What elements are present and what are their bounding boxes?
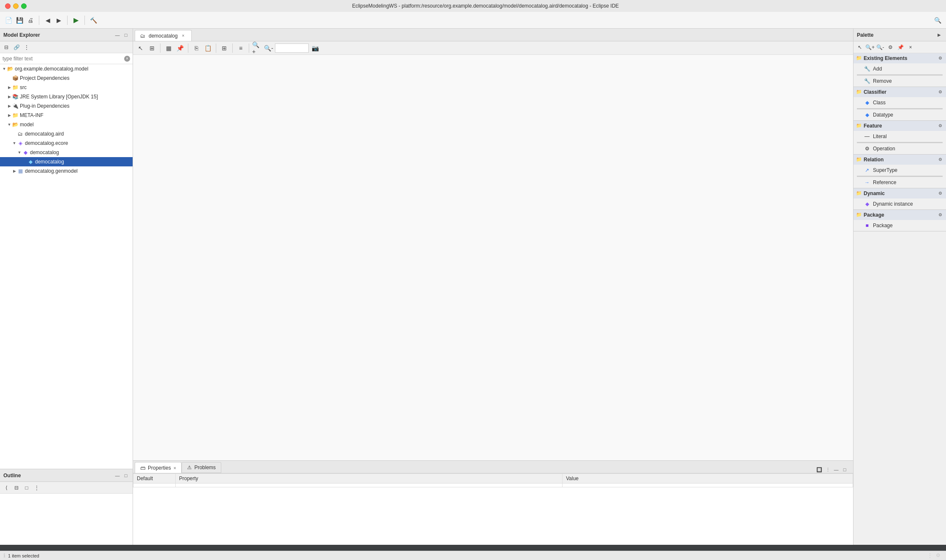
palette-cursor-btn[interactable]: ↖ [855, 43, 864, 52]
palette-section-feature: 📁 Feature ⚙ — Literal ⚙ Operation [854, 121, 946, 155]
editor-tool-group1[interactable]: ⊞ [147, 43, 157, 53]
editor-tool-zoom-out[interactable]: 🔍- [264, 43, 274, 53]
status-menu-icon[interactable]: ⋮ [927, 552, 934, 559]
properties-tab-problems[interactable]: ⚠ Problems [182, 462, 221, 473]
tree-item-model[interactable]: ▼ 📂 model [0, 120, 133, 129]
collapse-all-button[interactable]: ⊟ [2, 43, 11, 52]
maximize-button[interactable] [21, 3, 27, 9]
status-settings-icon[interactable]: ⚙ [936, 552, 943, 559]
palette-settings-btn[interactable]: ⚙ [886, 43, 895, 52]
build-button[interactable]: 🔨 [88, 15, 98, 25]
palette-item-icon-remove: 🔧 [864, 78, 870, 84]
palette-item-remove[interactable]: 🔧 Remove [854, 76, 946, 87]
save-button[interactable]: 💾 [14, 15, 24, 25]
palette-close-btn[interactable]: × [906, 43, 915, 52]
tree-item-aird[interactable]: 🗂 democatalog.aird [0, 129, 133, 139]
palette-item-datatype[interactable]: ◆ Datatype [854, 109, 946, 120]
properties-menu-icon[interactable]: ⋮ [824, 466, 831, 473]
palette-section-header-feature[interactable]: 📁 Feature ⚙ [854, 121, 946, 131]
palette-item-reference[interactable]: → Reference [854, 177, 946, 188]
back-button[interactable]: ◀ [43, 15, 53, 25]
palette-item-icon-supertype: ↗ [864, 167, 870, 174]
outline-minimize-icon[interactable]: — [114, 472, 121, 479]
search-clear-button[interactable]: × [124, 56, 130, 62]
editor-tool-select[interactable]: ↖ [136, 43, 146, 53]
palette-section-header-relation[interactable]: 📁 Relation ⚙ [854, 155, 946, 165]
tree-item-src[interactable]: ▶ 📁 src [0, 83, 133, 92]
palette-section-header-classifier[interactable]: 📁 Classifier ⚙ [854, 87, 946, 97]
toolbar-sep-2 [67, 16, 68, 25]
tree-item-plugin-deps[interactable]: ▶ 🔌 Plug-in Dependencies [0, 101, 133, 111]
run-button[interactable]: ▶ [71, 15, 81, 25]
model-explorer-maximize-icon[interactable]: □ [122, 32, 129, 38]
palette-item-class[interactable]: ◆ Class [854, 97, 946, 108]
outline-btn-3[interactable]: □ [22, 483, 31, 492]
properties-minimize-icon[interactable]: — [833, 466, 840, 473]
palette-zoom-in-btn[interactable]: 🔍+ [865, 43, 875, 52]
outline-btn-2[interactable]: ⊟ [12, 483, 21, 492]
tree-item-democatalog-selected[interactable]: ◆ democatalog [0, 157, 133, 166]
palette-item-add[interactable]: 🔧 Add [854, 63, 946, 74]
minimize-button[interactable] [13, 3, 19, 9]
palette-section-header-package[interactable]: 📁 Package ⚙ [854, 210, 946, 220]
editor-tool-layer[interactable]: ≡ [236, 43, 246, 53]
col-property: Property [176, 474, 563, 484]
palette-item-dynamic-instance[interactable]: ◆ Dynamic instance [854, 198, 946, 209]
cell-value-1 [563, 484, 853, 487]
palette-item-label-datatype: Datatype [873, 112, 893, 118]
properties-maximize-icon[interactable]: □ [841, 466, 848, 473]
editor-tool-paste[interactable]: 📋 [203, 43, 213, 53]
editor-canvas[interactable] [133, 55, 853, 460]
tree-item-ecore[interactable]: ▼ ◈ democatalog.ecore [0, 139, 133, 148]
search-button[interactable]: 🔍 [932, 15, 943, 25]
model-explorer-minimize-icon[interactable]: — [114, 32, 121, 38]
new-button[interactable]: 📄 [3, 15, 14, 25]
zoom-input[interactable] [275, 43, 309, 53]
editor-tool-pin[interactable]: 📌 [175, 43, 185, 53]
tree-item-jre[interactable]: ▶ 📚 JRE System Library [OpenJDK 15] [0, 92, 133, 101]
editor-tool-zoom-in[interactable]: 🔍+ [252, 43, 262, 53]
tree-item-root[interactable]: ▼ 📂 org.example.democatalog.model [0, 64, 133, 73]
properties-table: Default Property Value [133, 473, 853, 487]
editor-tool-arrange[interactable]: ⊞ [219, 43, 229, 53]
palette-section-icon-dynamic: 📁 [856, 190, 862, 196]
palette-item-literal[interactable]: — Literal [854, 131, 946, 142]
editor-tab-democatalog[interactable]: 🗂 democatalog × [135, 30, 192, 41]
print-button[interactable]: 🖨 [25, 15, 35, 25]
link-editor-button[interactable]: 🔗 [12, 43, 21, 52]
model-explorer-title: Model Explorer [3, 32, 111, 38]
tree-item-proj-deps[interactable]: 📦 Project Dependencies [0, 73, 133, 83]
tree-icon-democatalog-selected: ◆ [27, 158, 34, 165]
tree-item-genmodel[interactable]: ▶ ▦ democatalog.genmodel [0, 166, 133, 176]
tree-icon-plugin-deps: 🔌 [12, 103, 19, 109]
editor-tool-screenshot[interactable]: 📷 [310, 43, 320, 53]
palette-collapse-icon[interactable]: ▶ [938, 33, 943, 38]
palette-section-header-existing[interactable]: 📁 Existing Elements ⚙ [854, 53, 946, 63]
outline-maximize-icon[interactable]: □ [122, 472, 129, 479]
palette-zoom-out-btn[interactable]: 🔍- [875, 43, 885, 52]
search-input[interactable] [3, 56, 124, 62]
editor-tab-close-democatalog[interactable]: × [180, 33, 186, 39]
palette-item-operation[interactable]: ⚙ Operation [854, 143, 946, 154]
properties-tab-properties[interactable]: 🗃 Properties × [135, 462, 182, 473]
tree-item-democatalog-ecore[interactable]: ▼ ◆ democatalog [0, 148, 133, 157]
palette-item-supertype[interactable]: ↗ SuperType [854, 165, 946, 176]
tree-label-meta-inf: META-INF [20, 112, 43, 118]
editor-tool-layout[interactable]: ▦ [163, 43, 174, 53]
forward-button[interactable]: ▶ [54, 15, 64, 25]
editor-tool-copy[interactable]: ⎘ [191, 43, 201, 53]
palette-section-header-dynamic[interactable]: 📁 Dynamic ⚙ [854, 188, 946, 198]
tree-item-meta-inf[interactable]: ▶ 📁 META-INF [0, 111, 133, 120]
outline-menu-button[interactable]: ⋮ [32, 483, 41, 492]
palette-section-classifier: 📁 Classifier ⚙ ◆ Class ◆ Datatype [854, 87, 946, 121]
palette-pin-btn[interactable]: 📌 [896, 43, 905, 52]
toolbar-nav-group: ◀ ▶ [43, 15, 64, 25]
explorer-menu-button[interactable]: ⋮ [22, 43, 31, 52]
palette-item-package[interactable]: ■ Package [854, 220, 946, 231]
palette-section-expand-relation: ⚙ [938, 157, 943, 162]
properties-tab-close[interactable]: × [174, 465, 176, 470]
outline-btn-1[interactable]: ⟨ [2, 483, 11, 492]
properties-new-icon[interactable]: 🔲 [816, 466, 823, 473]
palette-item-icon-dynamic-instance: ◆ [864, 201, 870, 207]
close-button[interactable] [5, 3, 11, 9]
